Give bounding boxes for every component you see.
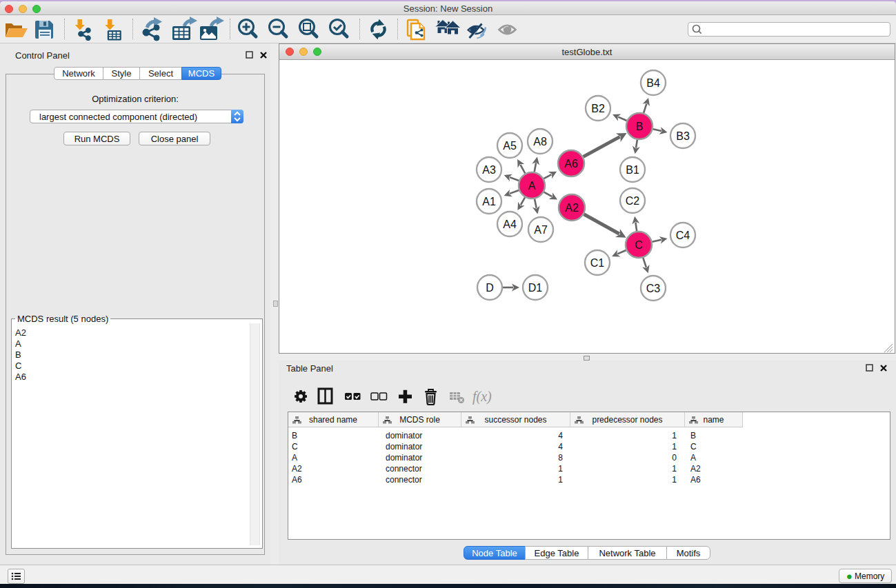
svg-text:A7: A7 <box>534 224 548 236</box>
svg-text:D: D <box>486 282 494 294</box>
svg-text:B4: B4 <box>646 77 660 89</box>
svg-text:A2: A2 <box>565 202 579 214</box>
svg-text:A1: A1 <box>482 196 496 207</box>
svg-text:C: C <box>635 239 643 251</box>
svg-text:C1: C1 <box>590 257 605 269</box>
svg-text:D1: D1 <box>528 282 543 294</box>
svg-text:C3: C3 <box>646 283 661 294</box>
svg-text:C2: C2 <box>626 195 640 207</box>
svg-text:B3: B3 <box>676 130 690 142</box>
svg-text:A4: A4 <box>503 219 517 230</box>
svg-text:f(x): f(x) <box>472 389 492 405</box>
svg-text:A6: A6 <box>564 158 578 170</box>
svg-text:A8: A8 <box>533 136 547 148</box>
svg-text:A3: A3 <box>482 164 496 176</box>
svg-text:A: A <box>528 180 536 192</box>
svg-text:B1: B1 <box>626 164 639 176</box>
svg-text:B2: B2 <box>591 103 605 114</box>
svg-text:B: B <box>636 121 644 132</box>
svg-text:A5: A5 <box>503 140 517 152</box>
svg-text:C4: C4 <box>676 230 690 241</box>
